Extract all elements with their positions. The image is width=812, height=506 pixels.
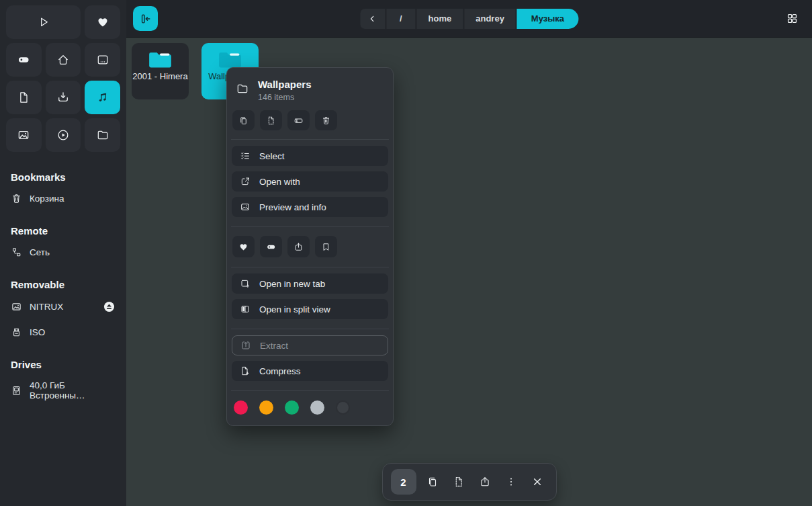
folder-item-himera[interactable]: 2001 - Himera bbox=[132, 43, 189, 99]
quick-apps-button[interactable] bbox=[85, 43, 120, 77]
sidebar-item-iso[interactable]: ISO bbox=[0, 320, 126, 345]
menu-item-open-split-view[interactable]: Open in split view bbox=[232, 299, 388, 319]
quick-videos-button[interactable] bbox=[46, 118, 81, 152]
quick-home-button[interactable] bbox=[46, 43, 81, 77]
menu-group-archive: Extract Compress bbox=[232, 329, 388, 390]
quick-downloads-button[interactable] bbox=[46, 81, 81, 114]
quick-tags-button[interactable] bbox=[6, 43, 42, 77]
menu-group-open: Select Open with Preview and info bbox=[232, 140, 388, 226]
favorite-button[interactable] bbox=[232, 236, 255, 257]
tag-button[interactable] bbox=[260, 236, 282, 257]
heart-icon bbox=[238, 242, 249, 252]
quick-pictures-button[interactable] bbox=[6, 118, 42, 152]
selection-cut-button[interactable] bbox=[449, 469, 469, 495]
copy-icon bbox=[238, 116, 249, 126]
section-title-removable: Removable bbox=[11, 279, 116, 290]
tag-color-green[interactable] bbox=[285, 400, 299, 415]
share-icon bbox=[479, 476, 491, 488]
split-view-icon bbox=[240, 304, 251, 314]
recent-icon bbox=[37, 15, 50, 29]
sidebar: Bookmarks Корзина Remote Сеть Removable … bbox=[0, 0, 126, 506]
share-button[interactable] bbox=[287, 236, 310, 257]
quick-folders-button[interactable] bbox=[85, 118, 120, 152]
compress-icon bbox=[240, 366, 251, 376]
quick-recent-button[interactable] bbox=[6, 5, 81, 39]
menu-item-extract: Extract bbox=[232, 335, 388, 355]
tag-icon bbox=[266, 242, 276, 252]
cut-icon bbox=[266, 116, 276, 126]
sidebar-item-network[interactable]: Сеть bbox=[0, 240, 126, 265]
breadcrumb-home[interactable]: home bbox=[417, 9, 463, 29]
share-icon bbox=[294, 242, 304, 252]
context-menu-title: Wallpapers bbox=[258, 79, 311, 90]
sidebar-item-internal-drive[interactable]: 40,0 ГиБ Встроенны… bbox=[0, 374, 126, 407]
new-tab-icon bbox=[240, 278, 251, 289]
cut-button[interactable] bbox=[260, 110, 282, 130]
videos-icon bbox=[56, 128, 70, 142]
open-with-icon bbox=[240, 176, 251, 187]
rename-icon bbox=[294, 116, 304, 126]
bookmark-icon bbox=[321, 242, 331, 252]
context-menu: Wallpapers 146 items Select Open with bbox=[226, 67, 394, 426]
network-icon bbox=[11, 247, 22, 258]
eject-button[interactable] bbox=[103, 300, 116, 313]
sidebar-item-nitrux[interactable]: NITRUX bbox=[0, 294, 126, 320]
tags-icon bbox=[17, 53, 30, 67]
menu-group-tabs: Open in new tab Open in split view bbox=[232, 267, 388, 329]
extract-icon bbox=[240, 340, 251, 351]
copy-button[interactable] bbox=[232, 110, 255, 130]
menu-item-select[interactable]: Select bbox=[232, 146, 388, 166]
topbar: / home andrey Музыка bbox=[126, 0, 812, 38]
pictures-icon bbox=[17, 128, 30, 142]
sidebar-item-label: NITRUX bbox=[30, 302, 63, 312]
tag-color-red[interactable] bbox=[234, 400, 248, 415]
context-menu-subtitle: 146 items bbox=[258, 93, 311, 102]
menu-item-open-new-tab[interactable]: Open in new tab bbox=[232, 273, 388, 294]
breadcrumb-root[interactable]: / bbox=[386, 9, 416, 29]
selection-close-button[interactable] bbox=[527, 469, 547, 495]
copy-icon bbox=[426, 476, 439, 488]
section-title-remote: Remote bbox=[11, 225, 116, 237]
bookmark-button[interactable] bbox=[315, 236, 337, 257]
menu-item-label: Open in new tab bbox=[259, 279, 325, 289]
documents-icon bbox=[17, 91, 30, 104]
menu-item-label: Select bbox=[259, 151, 285, 161]
section-title-bookmarks: Bookmarks bbox=[11, 171, 116, 183]
tag-color-none[interactable] bbox=[336, 400, 350, 415]
breadcrumb-andrey[interactable]: andrey bbox=[464, 9, 516, 29]
close-icon bbox=[531, 476, 543, 488]
sidebar-quick-places bbox=[0, 0, 126, 157]
tag-color-gray[interactable] bbox=[310, 400, 324, 415]
menu-item-open-with[interactable]: Open with bbox=[232, 171, 388, 192]
checklist-icon bbox=[240, 151, 251, 161]
file-manager-window: Bookmarks Корзина Remote Сеть Removable … bbox=[0, 0, 812, 506]
menu-item-label: Preview and info bbox=[259, 202, 326, 212]
selection-copy-button[interactable] bbox=[422, 469, 443, 495]
quick-actions-row bbox=[232, 110, 388, 139]
quick-documents-button[interactable] bbox=[6, 81, 42, 114]
delete-button[interactable] bbox=[315, 110, 337, 130]
sidebar-item-trash[interactable]: Корзина bbox=[0, 186, 126, 211]
downloads-icon bbox=[56, 91, 70, 104]
selection-share-button[interactable] bbox=[475, 469, 495, 495]
breadcrumb-music-active[interactable]: Музыка bbox=[517, 9, 578, 29]
menu-item-compress[interactable]: Compress bbox=[232, 361, 388, 381]
delete-icon bbox=[321, 116, 331, 126]
menu-item-preview-info[interactable]: Preview and info bbox=[232, 197, 388, 217]
folder-icon bbox=[218, 50, 242, 68]
rename-button[interactable] bbox=[287, 110, 310, 130]
home-icon bbox=[56, 53, 70, 67]
folders-icon bbox=[96, 128, 109, 142]
sidebar-item-label: Корзина bbox=[30, 194, 64, 204]
menu-item-label: Open in split view bbox=[259, 304, 330, 314]
selection-count-badge[interactable]: 2 bbox=[391, 469, 416, 495]
sidebar-toggle-button[interactable] bbox=[133, 6, 158, 31]
view-mode-button[interactable] bbox=[786, 12, 799, 25]
cut-icon bbox=[453, 476, 465, 488]
menu-item-label: Extract bbox=[260, 341, 288, 351]
quick-favorites-button[interactable] bbox=[85, 5, 120, 39]
tag-color-orange[interactable] bbox=[259, 400, 273, 415]
selection-more-button[interactable] bbox=[501, 469, 521, 495]
back-button[interactable] bbox=[360, 9, 385, 29]
quick-music-button[interactable] bbox=[85, 81, 120, 114]
